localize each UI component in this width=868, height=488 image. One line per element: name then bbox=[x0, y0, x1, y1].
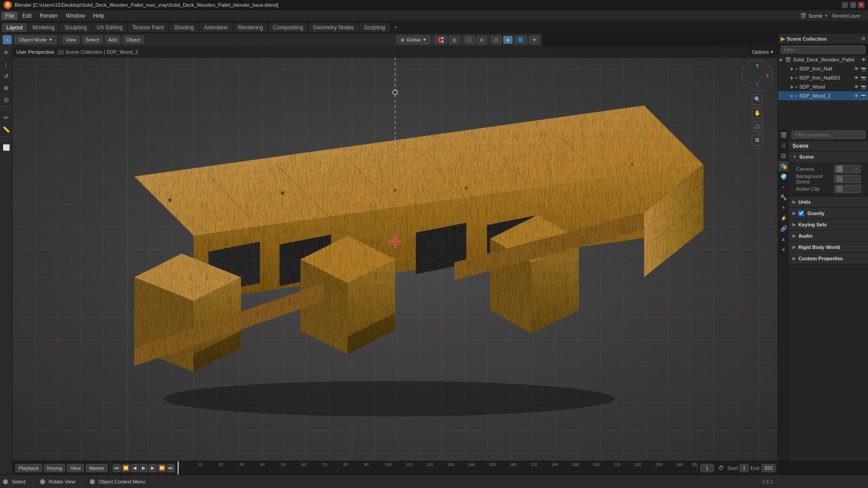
marker-menu-btn[interactable]: Marker bbox=[86, 464, 108, 472]
menu-file[interactable]: File bbox=[2, 12, 18, 20]
snap-toggle[interactable]: 🧲 bbox=[434, 36, 447, 44]
scene-props-icon[interactable]: 🎭 bbox=[778, 161, 788, 171]
restrict-render-4[interactable]: 📷 bbox=[861, 94, 866, 99]
add-workspace-button[interactable]: + bbox=[391, 23, 401, 32]
background-scene-value[interactable] bbox=[834, 175, 861, 183]
visibility-toggle-2[interactable]: 👁 bbox=[854, 75, 859, 80]
tool-move[interactable]: ↕ bbox=[1, 59, 12, 70]
next-keyframe-button[interactable]: ⏩ bbox=[158, 464, 166, 472]
view-layer-props-icon[interactable]: 🖼 bbox=[778, 151, 788, 161]
keying-sets-section-header[interactable]: ▶ Keying Sets bbox=[789, 219, 868, 230]
tab-layout[interactable]: Layout bbox=[2, 23, 27, 32]
outliner-object-iron-nail[interactable]: ▶ ▪ SDP_Iron_Nail 👁 📷 bbox=[778, 64, 868, 73]
active-clip-value[interactable] bbox=[834, 185, 861, 193]
tool-rotate[interactable]: ↺ bbox=[1, 70, 12, 81]
outliner-filter-btn[interactable]: ⚙ bbox=[861, 36, 865, 41]
object-mode-dropdown[interactable]: Object Mode ▼ bbox=[14, 36, 57, 44]
viewport-options-button[interactable]: Options ▼ bbox=[748, 46, 778, 58]
pan-view-button[interactable]: ✋ bbox=[752, 108, 763, 118]
time-settings-icon[interactable]: ⏱ bbox=[717, 465, 726, 471]
jump-end-button[interactable]: ⏭ bbox=[167, 464, 175, 472]
tool-scale[interactable]: ⊕ bbox=[1, 82, 12, 93]
material-shading[interactable]: 🔵 bbox=[514, 36, 527, 44]
tab-scripting[interactable]: Scripting bbox=[359, 23, 390, 32]
visibility-toggle-4[interactable]: 👁 bbox=[854, 93, 859, 99]
current-frame-display[interactable]: 1 bbox=[700, 464, 714, 472]
tab-compositing[interactable]: Compositing bbox=[269, 23, 308, 32]
world-props-icon[interactable]: 🌍 bbox=[778, 172, 788, 182]
visibility-toggle-1[interactable]: 👁 bbox=[854, 66, 859, 71]
select-menu-btn[interactable]: Select bbox=[82, 36, 103, 44]
audio-section-header[interactable]: ▶ Audio bbox=[789, 230, 868, 241]
visibility-toggle-0[interactable]: 👁 bbox=[861, 57, 866, 62]
menu-window[interactable]: Window bbox=[62, 12, 89, 20]
add-menu-btn[interactable]: Add bbox=[105, 36, 121, 44]
material-props-icon[interactable]: ● bbox=[778, 244, 788, 254]
outliner-scene-item[interactable]: ▶ 🎬 Solid_Deck_Wooden_Pallet 👁 bbox=[778, 55, 868, 64]
navigation-gizmo[interactable]: X Y Z 🔍 ✋ 🎥 ⊞ bbox=[741, 60, 773, 145]
data-props-icon[interactable]: ▲ bbox=[778, 234, 788, 244]
wireframe-shading[interactable]: ◻ bbox=[491, 36, 501, 44]
outliner-search-input[interactable] bbox=[781, 46, 865, 54]
playback-menu-btn[interactable]: Playback bbox=[15, 464, 42, 472]
tool-cursor[interactable]: ✛ bbox=[1, 47, 12, 58]
render-props-icon[interactable]: 🎬 bbox=[778, 130, 788, 140]
title-bar-controls[interactable]: ─ □ ✕ bbox=[842, 2, 864, 8]
proportional-edit[interactable]: ◎ bbox=[449, 36, 460, 44]
custom-properties-section-header[interactable]: ▶ Custom Properties bbox=[789, 253, 868, 264]
tab-uv-editing[interactable]: UV Editing bbox=[92, 23, 127, 32]
tool-annotate[interactable]: ✏ bbox=[1, 112, 12, 123]
prev-keyframe-button[interactable]: ⏪ bbox=[122, 464, 130, 472]
end-frame-value[interactable]: 250 bbox=[761, 464, 776, 472]
tab-modeling[interactable]: Modeling bbox=[28, 23, 59, 32]
tool-transform[interactable]: ◎ bbox=[1, 94, 12, 105]
camera-value[interactable]: ✏ bbox=[834, 165, 861, 173]
properties-search-input[interactable] bbox=[792, 131, 865, 139]
tab-rendering[interactable]: Rendering bbox=[233, 23, 267, 32]
restrict-render-3[interactable]: 📷 bbox=[861, 84, 866, 89]
outliner-object-wood2[interactable]: ▶ ▪ SDP_Wood_2 👁 📷 bbox=[778, 91, 868, 100]
start-frame-value[interactable]: 1 bbox=[740, 464, 749, 472]
prev-frame-button[interactable]: ◀ bbox=[131, 464, 139, 472]
play-button[interactable]: ▶ bbox=[140, 464, 148, 472]
tab-sculpting[interactable]: Sculpting bbox=[60, 23, 91, 32]
view-menu-timeline-btn[interactable]: View bbox=[67, 464, 84, 472]
orbit-gizmo[interactable]: X Y Z bbox=[741, 60, 773, 91]
solid-shading[interactable]: ● bbox=[503, 36, 513, 44]
tab-texture-paint[interactable]: Texture Paint bbox=[128, 23, 169, 32]
maximize-button[interactable]: □ bbox=[850, 2, 856, 8]
zoom-to-fit-button[interactable]: 🔍 bbox=[752, 94, 763, 105]
physics-props-icon[interactable]: ⚡ bbox=[778, 213, 788, 223]
transform-global-dropdown[interactable]: ⊕ Global ▼ bbox=[396, 36, 431, 44]
xray-toggle[interactable]: ⊙ bbox=[476, 36, 487, 44]
timeline-track[interactable]: 1 10 20 30 40 50 60 70 80 90 100 110 120… bbox=[177, 461, 697, 474]
keying-menu-btn[interactable]: Keying bbox=[44, 464, 66, 472]
close-button[interactable]: ✕ bbox=[858, 2, 864, 8]
scene-section-header[interactable]: ▼ Scene bbox=[789, 151, 868, 162]
particles-props-icon[interactable]: ✦ bbox=[778, 203, 788, 213]
toggle-overlays-button[interactable]: ⊞ bbox=[752, 135, 763, 145]
restrict-render-2[interactable]: 📷 bbox=[861, 75, 866, 80]
object-props-icon[interactable]: ▪ bbox=[778, 182, 788, 192]
rendered-shading[interactable]: ☀ bbox=[529, 36, 540, 44]
menu-help[interactable]: Help bbox=[90, 12, 108, 20]
constraints-props-icon[interactable]: 🔗 bbox=[778, 224, 788, 234]
object-menu-btn[interactable]: Object bbox=[123, 36, 144, 44]
restrict-render-1[interactable]: 📷 bbox=[861, 66, 866, 71]
tab-shading[interactable]: Shading bbox=[170, 23, 198, 32]
jump-start-button[interactable]: ⏮ bbox=[113, 464, 121, 472]
view-menu-btn[interactable]: View bbox=[62, 36, 80, 44]
visibility-toggle-3[interactable]: 👁 bbox=[854, 84, 859, 89]
tool-measure[interactable]: 📏 bbox=[1, 124, 12, 135]
units-section-header[interactable]: ▶ Units bbox=[789, 197, 868, 207]
menu-render[interactable]: Render bbox=[36, 12, 61, 20]
camera-view-button[interactable]: 🎥 bbox=[752, 121, 763, 132]
gravity-toggle[interactable] bbox=[798, 211, 804, 216]
camera-link-btn[interactable]: ✏ bbox=[855, 167, 859, 171]
overlay-toggle[interactable]: ⬡ bbox=[464, 36, 475, 44]
tab-animation[interactable]: Animation bbox=[199, 23, 232, 32]
output-props-icon[interactable]: 🖨 bbox=[778, 141, 788, 150]
next-frame-button[interactable]: ▶ bbox=[149, 464, 157, 472]
tool-add-cube[interactable]: ⬜ bbox=[1, 142, 12, 153]
outliner-object-iron-nail001[interactable]: ▶ ▪ SDP_Iron_Nail001 👁 📷 bbox=[778, 73, 868, 82]
